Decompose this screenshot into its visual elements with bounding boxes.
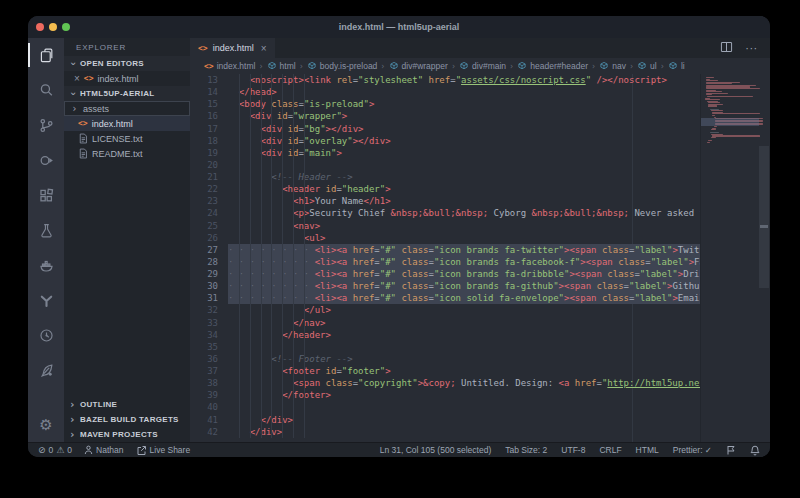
breadcrumb-item[interactable]: li <box>668 61 685 71</box>
tree-item-index-html[interactable]: <> index.html <box>64 116 190 131</box>
line-number[interactable]: 27 <box>190 244 228 256</box>
line-number[interactable]: 38 <box>190 377 228 389</box>
code-line[interactable]: 40 <box>190 401 700 413</box>
line-number[interactable]: 23 <box>190 195 228 207</box>
line-number[interactable]: 28 <box>190 256 228 268</box>
more-actions-icon[interactable]: ··· <box>745 43 758 54</box>
line-number[interactable]: 30 <box>190 280 228 292</box>
code-line[interactable]: 41 </div> <box>190 414 700 426</box>
line-number[interactable]: 31 <box>190 292 228 304</box>
code-line[interactable]: 36 <!-- Footer --> <box>190 353 700 365</box>
search-icon[interactable] <box>28 75 64 105</box>
line-number[interactable]: 32 <box>190 304 228 316</box>
code-line[interactable]: 30· · · · · · · · <li><a href="#" class=… <box>190 280 700 292</box>
code-line[interactable]: 27· · · · · · · · <li><a href="#" class=… <box>190 244 700 256</box>
problems-indicator[interactable]: ⊘ 0 ⚠ 0 <box>38 445 72 455</box>
tab-index-html[interactable]: <> index.html × <box>190 38 275 58</box>
code-line[interactable]: 19 <div id="main"> <box>190 147 700 159</box>
line-number[interactable]: 17 <box>190 123 228 135</box>
breadcrumb-item[interactable]: div#wrapper <box>389 61 448 71</box>
code-line[interactable]: 20 <box>190 159 700 171</box>
minimap[interactable] <box>700 74 759 442</box>
line-number[interactable]: 25 <box>190 220 228 232</box>
scrollbar-thumb[interactable] <box>759 146 769 288</box>
code-line[interactable]: 18 <div id="overlay"></div> <box>190 135 700 147</box>
close-tab-icon[interactable]: × <box>261 43 267 54</box>
code-line[interactable]: 42 </div> <box>190 426 700 438</box>
breadcrumb-item[interactable]: body.is-preload <box>307 61 378 71</box>
feather-icon[interactable] <box>28 355 64 385</box>
line-number[interactable]: 29 <box>190 268 228 280</box>
formatter-status[interactable]: Prettier: ✓ <box>673 445 712 455</box>
code-line[interactable]: 31· · · · · · · · <li><a href="#" class=… <box>190 292 700 304</box>
close-editor-icon[interactable]: × <box>74 74 80 84</box>
cursor-position[interactable]: Ln 31, Col 105 (500 selected) <box>380 445 492 455</box>
settings-gear-icon[interactable]: ⚙ <box>39 416 52 434</box>
code-line[interactable]: 39 </footer> <box>190 389 700 401</box>
zoom-window-button[interactable] <box>62 23 70 31</box>
line-number[interactable]: 39 <box>190 389 228 401</box>
source-control-icon[interactable] <box>28 110 64 140</box>
code-line[interactable]: 16 <div id="wrapper"> <box>190 110 700 122</box>
tree-item-readme[interactable]: README.txt <box>64 146 190 161</box>
line-number[interactable]: 37 <box>190 365 228 377</box>
debug-icon[interactable] <box>28 145 64 175</box>
close-window-button[interactable] <box>36 23 44 31</box>
tree-item-assets[interactable]: › assets <box>64 101 190 116</box>
code-line[interactable]: 37 <footer id="footer"> <box>190 365 700 377</box>
history-icon[interactable] <box>28 320 64 350</box>
live-share-status-item[interactable]: Live Share <box>136 445 191 456</box>
line-number[interactable]: 22 <box>190 183 228 195</box>
breadcrumb-item[interactable]: nav <box>599 61 626 71</box>
line-number[interactable]: 35 <box>190 341 228 353</box>
code-line[interactable]: 13 <noscript><link rel="stylesheet" href… <box>190 74 700 86</box>
notifications-icon[interactable] <box>750 445 760 456</box>
breadcrumb-item[interactable]: ul <box>637 61 657 71</box>
outline-section-header[interactable]: › OUTLINE <box>64 397 190 412</box>
line-number[interactable]: 21 <box>190 171 228 183</box>
line-number[interactable]: 41 <box>190 414 228 426</box>
line-number[interactable]: 16 <box>190 110 228 122</box>
test-beaker-icon[interactable] <box>28 215 64 245</box>
line-number[interactable]: 33 <box>190 317 228 329</box>
docker-icon[interactable] <box>28 250 64 280</box>
code-line[interactable]: 29· · · · · · · · <li><a href="#" class=… <box>190 268 700 280</box>
line-number[interactable]: 19 <box>190 147 228 159</box>
bazel-icon[interactable] <box>28 285 64 315</box>
line-number[interactable]: 34 <box>190 329 228 341</box>
line-number[interactable]: 40 <box>190 401 228 413</box>
code-line[interactable]: 17 <div id="bg"></div> <box>190 123 700 135</box>
code-line[interactable]: 34 </header> <box>190 329 700 341</box>
open-editors-header[interactable]: › OPEN EDITORS <box>64 56 190 71</box>
breadcrumb-item[interactable]: div#main <box>459 61 506 71</box>
line-number[interactable]: 36 <box>190 353 228 365</box>
tree-item-license[interactable]: LICENSE.txt <box>64 131 190 146</box>
code-line[interactable]: 23 <h1>Your Name</h1> <box>190 195 700 207</box>
editor-scrollbar[interactable] <box>758 74 770 442</box>
code-line[interactable]: 21 <!-- Header --> <box>190 171 700 183</box>
code-line[interactable]: 15 <body class="is-preload"> <box>190 98 700 110</box>
code-line[interactable]: 14 </head> <box>190 86 700 98</box>
line-number[interactable]: 24 <box>190 207 228 219</box>
project-root-header[interactable]: › HTML5UP-AERIAL <box>64 86 190 101</box>
code-line[interactable]: 35 <box>190 341 700 353</box>
breadcrumb-item[interactable]: html <box>267 61 296 71</box>
breadcrumb-item[interactable]: <>index.html <box>204 61 255 71</box>
feedback-icon[interactable] <box>726 445 736 455</box>
line-number[interactable]: 42 <box>190 426 228 438</box>
minimize-window-button[interactable] <box>49 23 57 31</box>
breadcrumb-item[interactable]: header#header <box>517 61 588 71</box>
account-status-item[interactable]: Nathan <box>84 445 123 455</box>
split-editor-icon[interactable] <box>720 39 733 57</box>
code-line[interactable]: 28· · · · · · · · <li><a href="#" class=… <box>190 256 700 268</box>
code-line[interactable]: 24 <p>Security Chief &nbsp;&bull;&nbsp; … <box>190 207 700 219</box>
code-line[interactable]: 32 </ul> <box>190 304 700 316</box>
line-number[interactable]: 26 <box>190 232 228 244</box>
code-line[interactable]: 38 <span class="copyright">&copy; Untitl… <box>190 377 700 389</box>
extensions-icon[interactable] <box>28 180 64 210</box>
code-line[interactable]: 33 </nav> <box>190 317 700 329</box>
language-mode[interactable]: HTML <box>636 445 659 455</box>
open-editor-item[interactable]: × <> index.html <box>64 71 190 86</box>
code-line[interactable]: 26 <ul> <box>190 232 700 244</box>
code-line[interactable]: 25 <nav> <box>190 220 700 232</box>
